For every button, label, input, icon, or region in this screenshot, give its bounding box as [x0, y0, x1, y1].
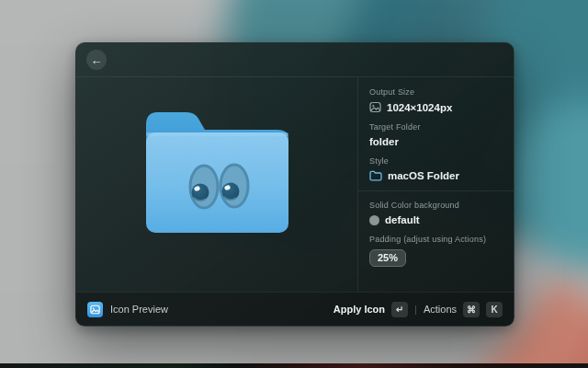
style-label: Style: [369, 156, 503, 166]
folder-preview: [142, 110, 292, 235]
apply-icon-button[interactable]: Apply Icon: [334, 304, 385, 315]
image-icon: [369, 101, 381, 113]
style-value: macOS Folder: [388, 170, 459, 181]
window-header: ←: [76, 43, 514, 77]
background-value: default: [385, 214, 420, 225]
folder-with-eyes-image: [142, 110, 292, 235]
footer-separator: |: [414, 304, 417, 315]
background-label: Solid Color background: [369, 201, 503, 210]
back-arrow-icon: ←: [91, 54, 103, 66]
icon-preview-app-icon: [87, 302, 103, 317]
target-folder-label: Target Folder: [369, 122, 503, 132]
icon-preview-pane: [76, 77, 357, 292]
actions-button[interactable]: Actions: [424, 304, 457, 315]
background-value-row[interactable]: default: [369, 214, 503, 225]
settings-sidebar: Output Size 1024×1024px Target Folder fo…: [357, 77, 514, 292]
output-size-label: Output Size: [369, 87, 503, 97]
padding-label: Padding (adjust using Actions): [369, 235, 503, 244]
folder-icon: [369, 170, 382, 181]
icon-preview-window: ←: [75, 42, 514, 327]
footer-actions: Apply Icon ↵ | Actions ⌘ K: [334, 302, 503, 317]
footer-app-name: Icon Preview: [110, 304, 168, 315]
command-key-badge: ⌘: [463, 302, 480, 317]
window-main: Output Size 1024×1024px Target Folder fo…: [76, 77, 514, 292]
target-folder-value: folder: [369, 136, 399, 147]
wallpaper-bottom-edge: [0, 363, 588, 368]
image-icon: [90, 305, 100, 315]
output-size-value-row[interactable]: 1024×1024px: [369, 101, 503, 113]
sidebar-divider: [358, 190, 514, 191]
return-key-badge: ↵: [391, 302, 408, 317]
padding-value-badge[interactable]: 25%: [369, 249, 406, 267]
style-value-row[interactable]: macOS Folder: [369, 170, 503, 181]
k-key-badge: K: [486, 302, 503, 317]
footer-bar: Icon Preview Apply Icon ↵ | Actions ⌘ K: [76, 292, 514, 326]
target-folder-value-row[interactable]: folder: [369, 136, 503, 147]
circle-swatch-icon: [369, 215, 379, 225]
back-button[interactable]: ←: [86, 50, 107, 70]
output-size-value: 1024×1024px: [387, 102, 452, 113]
